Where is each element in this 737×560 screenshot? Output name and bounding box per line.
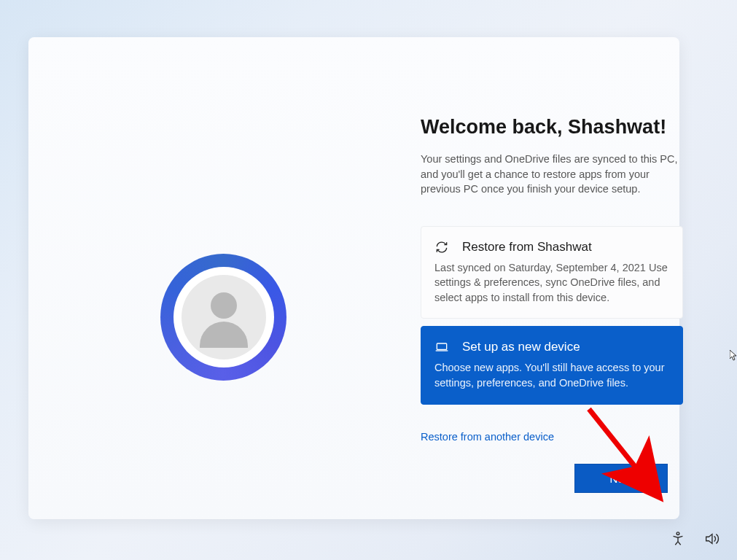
- content-column: Welcome back, Shashwat! Your settings an…: [421, 116, 683, 443]
- restore-from-another-link[interactable]: Restore from another device: [421, 431, 554, 443]
- setup-card: Welcome back, Shashwat! Your settings an…: [28, 37, 679, 519]
- option-new-device[interactable]: Set up as new device Choose new apps. Yo…: [421, 326, 683, 404]
- option-restore-title: Restore from Shashwat: [462, 240, 592, 254]
- page-subtitle: Your settings and OneDrive files are syn…: [421, 152, 683, 197]
- option-new-desc: Choose new apps. You'll still have acces…: [434, 360, 669, 390]
- option-restore-desc: Last synced on Saturday, September 4, 20…: [434, 260, 669, 306]
- avatar-ring: [160, 254, 286, 381]
- bottom-utility-icons: [670, 531, 720, 550]
- option-restore[interactable]: Restore from Shashwat Last synced on Sat…: [421, 226, 683, 319]
- sync-icon: [434, 240, 449, 254]
- option-new-title: Set up as new device: [462, 340, 580, 354]
- accessibility-icon[interactable]: [670, 531, 686, 550]
- svg-point-2: [676, 532, 679, 535]
- next-button[interactable]: Next: [574, 464, 668, 493]
- mouse-cursor-icon: [730, 350, 737, 362]
- svg-rect-0: [437, 343, 446, 349]
- avatar-white-circle: [173, 267, 274, 368]
- avatar-placeholder-icon: [182, 275, 266, 359]
- page-title: Welcome back, Shashwat!: [421, 116, 683, 139]
- laptop-icon: [434, 340, 449, 354]
- volume-icon[interactable]: [703, 531, 720, 550]
